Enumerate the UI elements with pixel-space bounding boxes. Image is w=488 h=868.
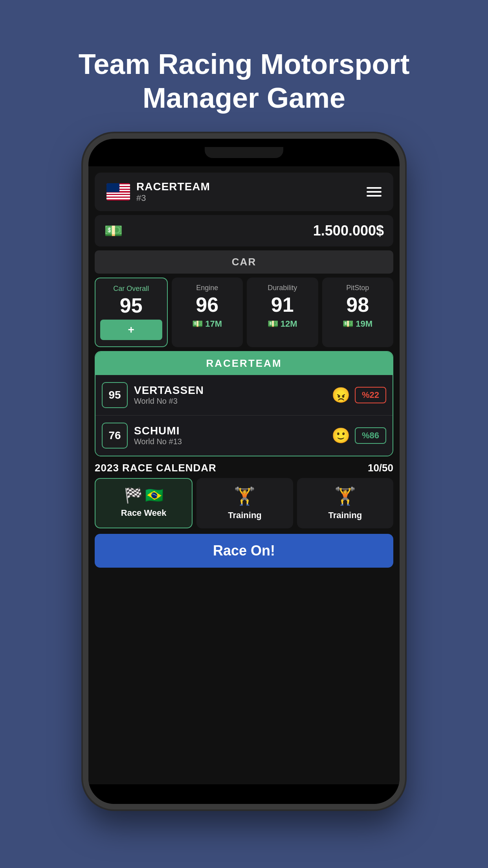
team-name: RACERTEAM <box>136 180 210 193</box>
app-content: RACERTEAM #3 💵 1.500.000$ CAR Car Overal… <box>88 166 400 784</box>
brazil-flag-icon: 🇧🇷 <box>145 487 163 504</box>
pitstop-cost-icon: 💵 <box>343 319 353 329</box>
calendar-header: 2023 RACE CALENDAR 10/50 <box>95 462 393 474</box>
notch <box>205 147 283 158</box>
header-bar: RACERTEAM #3 <box>95 173 393 211</box>
durability-cost-text: 12M <box>281 319 297 329</box>
upgrade-button[interactable]: + <box>100 320 162 340</box>
race-week-label: Race Week <box>121 508 167 518</box>
pitstop-cost: 💵 19M <box>343 319 372 329</box>
side-button-left-1 <box>83 225 87 245</box>
overall-label: Car Overall <box>113 285 149 293</box>
driver1-info: VERTASSEN World No #3 <box>134 384 332 406</box>
team-section: RACERTEAM 95 VERTASSEN World No #3 😠 %22… <box>95 351 393 456</box>
driver2-condition: %86 <box>355 427 386 444</box>
calendar-item-race[interactable]: 🏁 🇧🇷 Race Week <box>95 478 193 528</box>
engine-value: 96 <box>196 294 218 315</box>
phone-bottom-bar <box>88 784 400 804</box>
engine-cost-text: 17M <box>205 319 222 329</box>
team-flag <box>106 183 130 200</box>
driver1-name: VERTASSEN <box>134 384 332 397</box>
race-on-button[interactable]: Race On! <box>95 534 393 568</box>
menu-line-1 <box>367 187 382 189</box>
phone-top-bar <box>88 139 400 166</box>
engine-cost: 💵 17M <box>192 319 222 329</box>
durability-value: 91 <box>271 294 294 315</box>
menu-line-3 <box>367 195 382 197</box>
pitstop-label: PitStop <box>346 284 369 292</box>
car-section-label: CAR <box>95 250 393 274</box>
team-section-header: RACERTEAM <box>95 352 393 375</box>
race-btn-text: Race On! <box>213 542 275 559</box>
money-icon: 💵 <box>104 222 123 239</box>
stat-overall: Car Overall 95 + <box>95 278 168 347</box>
header-left: RACERTEAM #3 <box>106 180 210 203</box>
menu-line-2 <box>367 191 382 193</box>
training2-label: Training <box>328 510 362 520</box>
team-number: #3 <box>136 193 210 203</box>
calendar-progress: 10/50 <box>368 462 393 474</box>
pitstop-cost-text: 19M <box>356 319 372 329</box>
driver1-condition: %22 <box>355 387 386 403</box>
engine-label: Engine <box>196 284 218 292</box>
side-button-right <box>401 257 405 288</box>
stat-pitstop: PitStop 98 💵 19M <box>322 278 394 347</box>
durability-cost: 💵 12M <box>268 319 297 329</box>
phone-device: RACERTEAM #3 💵 1.500.000$ CAR Car Overal… <box>83 133 405 809</box>
calendar-items: 🏁 🇧🇷 Race Week 🏋 Training 🏋 Training <box>95 478 393 528</box>
side-button-left-3 <box>83 292 87 324</box>
page-title-line1: Team Racing Motorsport <box>47 47 441 81</box>
money-amount: 1.500.000$ <box>313 223 384 239</box>
money-bar: 💵 1.500.000$ <box>95 215 393 246</box>
durability-label: Durability <box>268 284 297 292</box>
driver2-mood-icon: 🙂 <box>332 427 350 444</box>
driver2-info: SCHUMI World No #13 <box>134 425 332 446</box>
page-title-wrapper: Team Racing Motorsport Manager Game <box>16 0 473 115</box>
driver2-number: 76 <box>102 423 128 449</box>
driver1-mood-icon: 😠 <box>332 386 350 404</box>
race-week-icons: 🏁 🇧🇷 <box>124 487 163 504</box>
driver1-number: 95 <box>102 382 128 408</box>
page-title-line2: Manager Game <box>47 81 441 115</box>
driver2-rank: World No #13 <box>134 437 332 446</box>
engine-cost-icon: 💵 <box>192 319 203 329</box>
driver1-rank: World No #3 <box>134 397 332 406</box>
stat-durability: Durability 91 💵 12M <box>247 278 318 347</box>
overall-value: 95 <box>120 295 143 316</box>
calendar-item-training-1[interactable]: 🏋 Training <box>196 478 293 528</box>
stat-engine: Engine 96 💵 17M <box>172 278 243 347</box>
calendar-title: 2023 RACE CALENDAR <box>95 462 216 474</box>
menu-button[interactable] <box>367 187 382 197</box>
calendar-item-training-2[interactable]: 🏋 Training <box>297 478 393 528</box>
checkered-flag-icon: 🏁 <box>124 487 143 504</box>
training1-label: Training <box>228 510 262 520</box>
driver2-name: SCHUMI <box>134 425 332 437</box>
pitstop-value: 98 <box>346 294 369 315</box>
team-info: RACERTEAM #3 <box>136 180 210 203</box>
durability-cost-icon: 💵 <box>268 319 278 329</box>
training2-icon: 🏋 <box>334 486 356 506</box>
car-stats: Car Overall 95 + Engine 96 💵 17M Durabil… <box>95 278 393 347</box>
training1-icon: 🏋 <box>234 486 255 506</box>
driver-row-2[interactable]: 76 SCHUMI World No #13 🙂 %86 <box>95 416 393 456</box>
side-button-left-2 <box>83 253 87 284</box>
driver-row-1[interactable]: 95 VERTASSEN World No #3 😠 %22 <box>95 375 393 416</box>
